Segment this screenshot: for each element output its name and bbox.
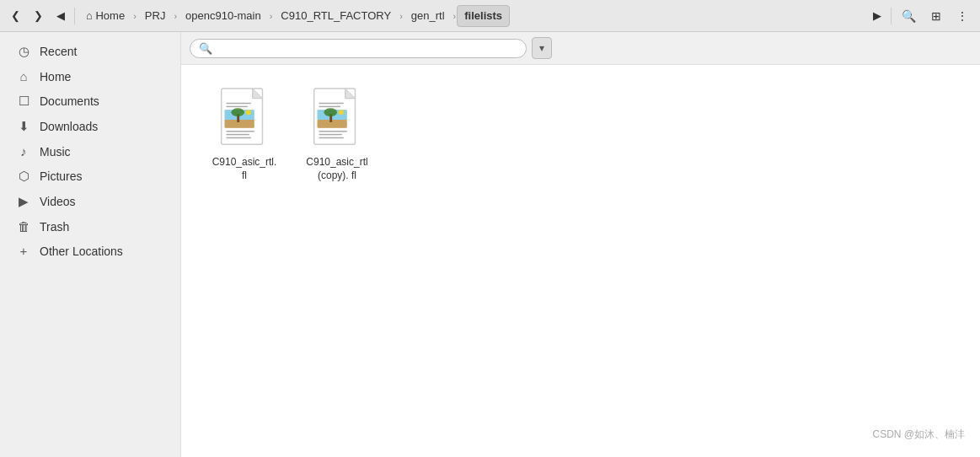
content-area: 🔍 ▾ — [181, 32, 980, 457]
toolbar-separator — [74, 8, 75, 24]
other-locations-icon: + — [16, 244, 31, 258]
downloads-icon: ⬇ — [16, 119, 31, 134]
sidebar-item-label: Recent — [40, 45, 77, 58]
watermark: CSDN @如沐、楠沣 — [872, 427, 965, 442]
svg-rect-23 — [318, 120, 347, 128]
toolbar: ❮ ❯ ◀ ⌂ Home›PRJ›openc910-main›C910_RTL_… — [0, 0, 980, 32]
breadcrumb-item-c910rtlfactory[interactable]: C910_RTL_FACTORY — [273, 5, 399, 27]
history-back-button[interactable]: ◀ — [51, 5, 71, 27]
sidebar-item-trash[interactable]: 🗑Trash — [0, 214, 180, 239]
menu-button[interactable]: ⋮ — [950, 5, 975, 27]
svg-point-11 — [246, 110, 251, 115]
search-input-wrap: 🔍 — [190, 39, 527, 58]
forward-button[interactable]: ❯ — [28, 5, 49, 27]
recent-icon: ◷ — [16, 44, 31, 59]
breadcrumb-item-genrtl[interactable]: gen_rtl — [404, 5, 453, 27]
main-layout: ◷Recent⌂Home☐Documents⬇Downloads♪Music⬡P… — [0, 32, 980, 457]
svg-point-25 — [324, 108, 337, 116]
sidebar-item-downloads[interactable]: ⬇Downloads — [0, 114, 180, 139]
breadcrumb-separator: › — [399, 11, 404, 21]
sidebar-item-label: Home — [40, 70, 71, 83]
pictures-icon: ⬡ — [16, 169, 31, 184]
documents-icon: ☐ — [16, 94, 31, 109]
sidebar-item-music[interactable]: ♪Music — [0, 139, 180, 164]
sidebar: ◷Recent⌂Home☐Documents⬇Downloads♪Music⬡P… — [0, 32, 181, 457]
file-grid: C910_asic_rtl.fl — [181, 65, 980, 457]
search-toggle-button[interactable]: 🔍 — [895, 5, 923, 27]
view-icon: ⊞ — [931, 9, 941, 23]
toolbar-right-actions: 🔍 ⊞ ⋮ — [895, 5, 975, 27]
back-button[interactable]: ❮ — [5, 5, 26, 27]
svg-point-10 — [231, 108, 244, 116]
file-name: C910_asic_rtl.fl — [212, 156, 277, 182]
breadcrumb-item-home[interactable]: ⌂ Home — [78, 5, 132, 27]
sidebar-item-label: Documents — [40, 94, 99, 108]
file-item[interactable]: C910_asic_rtl.fl — [206, 82, 282, 187]
home-icon: ⌂ — [16, 69, 31, 83]
trash-icon: 🗑 — [16, 219, 31, 234]
sidebar-item-home[interactable]: ⌂Home — [0, 64, 180, 89]
file-name: C910_asic_rtl (copy). fl — [304, 156, 370, 182]
breadcrumb-forward-button[interactable]: ▶ — [867, 5, 887, 27]
view-toggle-button[interactable]: ⊞ — [924, 5, 948, 27]
breadcrumb-item-openc910main[interactable]: openc910-main — [178, 5, 269, 27]
sidebar-item-label: Pictures — [40, 169, 83, 183]
dropdown-arrow-icon: ▾ — [539, 42, 544, 54]
breadcrumb-item-prj[interactable]: PRJ — [137, 5, 174, 27]
breadcrumb-separator: › — [132, 11, 137, 21]
music-icon: ♪ — [16, 144, 31, 159]
file-icon — [217, 87, 271, 153]
svg-rect-8 — [225, 120, 254, 128]
sidebar-item-pictures[interactable]: ⬡Pictures — [0, 164, 180, 189]
sidebar-item-label: Videos — [40, 195, 76, 208]
sidebar-item-label: Music — [40, 145, 71, 159]
sidebar-item-documents[interactable]: ☐Documents — [0, 89, 180, 114]
toolbar-separator-2 — [891, 8, 892, 24]
sidebar-item-label: Other Locations — [40, 245, 123, 258]
sidebar-item-label: Downloads — [40, 120, 98, 133]
search-options-button[interactable]: ▾ — [532, 37, 552, 59]
sidebar-item-videos[interactable]: ▶Videos — [0, 189, 180, 214]
svg-point-26 — [339, 110, 344, 115]
menu-icon: ⋮ — [956, 9, 968, 23]
search-bar: 🔍 ▾ — [181, 32, 980, 65]
search-input-icon: 🔍 — [199, 42, 212, 55]
search-input[interactable] — [217, 42, 517, 55]
videos-icon: ▶ — [16, 194, 31, 209]
sidebar-item-label: Trash — [40, 220, 69, 234]
breadcrumb: ⌂ Home›PRJ›openc910-main›C910_RTL_FACTOR… — [78, 5, 865, 27]
search-icon: 🔍 — [902, 9, 916, 23]
file-icon — [310, 87, 364, 153]
sidebar-item-recent[interactable]: ◷Recent — [0, 39, 180, 64]
file-item[interactable]: C910_asic_rtl (copy). fl — [299, 82, 375, 187]
sidebar-item-other-locations[interactable]: +Other Locations — [0, 239, 180, 263]
breadcrumb-item-filelists[interactable]: filelists — [457, 5, 510, 27]
